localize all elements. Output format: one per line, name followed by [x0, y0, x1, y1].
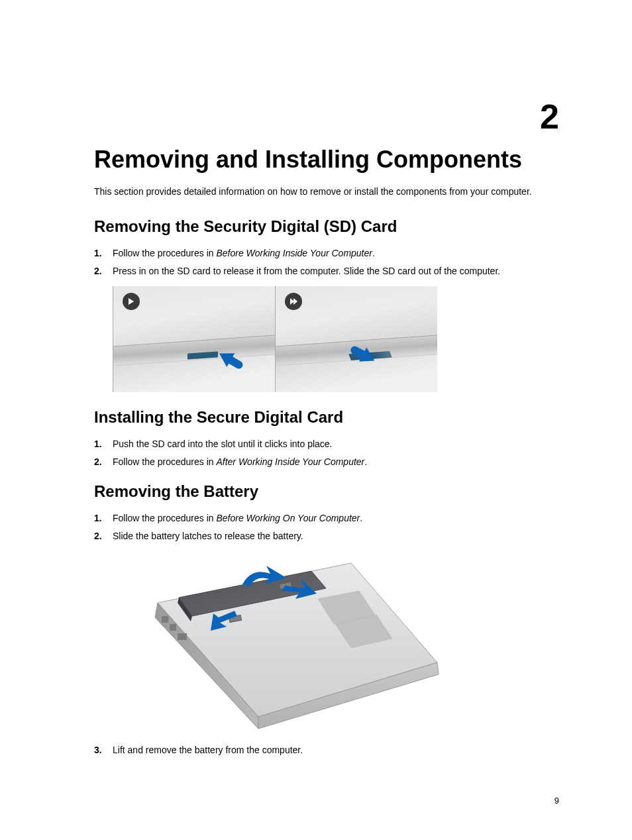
step-badge-2-icon	[285, 293, 302, 310]
list-item: Follow the procedures in Before Working …	[94, 511, 559, 525]
figure-battery	[113, 551, 441, 730]
intro-paragraph: This section provides detailed informati…	[94, 185, 559, 199]
section-removing-sd-title: Removing the Security Digital (SD) Card	[94, 217, 559, 236]
step-text: .	[360, 513, 362, 523]
section-removing-battery-steps-cont: Lift and remove the battery from the com…	[94, 743, 559, 757]
step-italic: Before Working On Your Computer	[216, 513, 360, 523]
step-text: Slide the battery latches to release the…	[113, 531, 303, 541]
svg-rect-16	[178, 633, 187, 640]
chapter-number: 2	[540, 99, 559, 134]
section-removing-sd-steps: Follow the procedures in Before Working …	[94, 246, 559, 278]
step-text: Follow the procedures in	[113, 456, 216, 467]
step-text: .	[372, 248, 375, 258]
svg-marker-2	[293, 298, 297, 305]
section-installing-sd-title: Installing the Secure Digital Card	[94, 408, 559, 427]
step-italic: Before Working Inside Your Computer	[216, 248, 372, 258]
svg-rect-15	[170, 624, 176, 631]
step-text: Lift and remove the battery from the com…	[113, 745, 303, 755]
page-number: 9	[554, 796, 559, 806]
list-item: Follow the procedures in Before Working …	[94, 246, 559, 260]
step-text: Follow the procedures in	[113, 248, 216, 258]
step-text: .	[364, 456, 367, 467]
chapter-title: Removing and Installing Components	[94, 146, 559, 174]
section-installing-sd-steps: Push the SD card into the slot until it …	[94, 437, 559, 469]
svg-marker-0	[129, 298, 134, 305]
step-text: Push the SD card into the slot until it …	[113, 439, 333, 449]
section-removing-battery-title: Removing the Battery	[94, 482, 559, 501]
figure-sd-press-in	[113, 286, 275, 392]
list-item: Slide the battery latches to release the…	[94, 529, 559, 543]
list-item: Lift and remove the battery from the com…	[94, 743, 559, 757]
list-item: Push the SD card into the slot until it …	[94, 437, 559, 451]
list-item: Follow the procedures in After Working I…	[94, 455, 559, 469]
step-badge-1-icon	[123, 293, 140, 310]
figure-sd-slide-out	[275, 286, 437, 392]
step-italic: After Working Inside Your Computer	[216, 456, 364, 467]
section-removing-battery-steps: Follow the procedures in Before Working …	[94, 511, 559, 543]
svg-rect-14	[162, 616, 168, 623]
step-text: Press in on the SD card to release it fr…	[113, 266, 500, 276]
list-item: Press in on the SD card to release it fr…	[94, 264, 559, 278]
step-text: Follow the procedures in	[113, 513, 216, 523]
figure-sd-card	[113, 286, 559, 392]
